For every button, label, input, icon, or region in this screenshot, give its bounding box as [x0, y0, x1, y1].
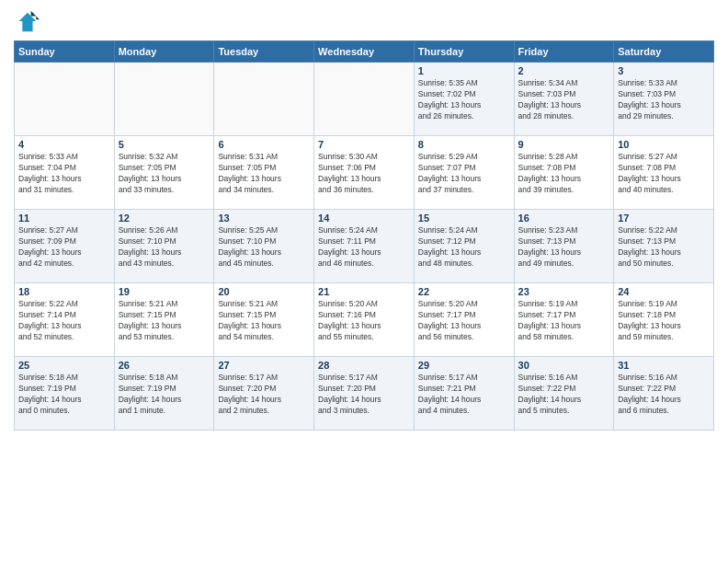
day-number: 21: [318, 286, 410, 297]
day-number: 29: [418, 360, 510, 371]
weekday-header-thursday: Thursday: [414, 41, 514, 63]
calendar-cell: 5Sunrise: 5:32 AM Sunset: 7:05 PM Daylig…: [114, 136, 214, 210]
calendar-cell: 3Sunrise: 5:33 AM Sunset: 7:03 PM Daylig…: [614, 63, 714, 136]
weekday-row: SundayMondayTuesdayWednesdayThursdayFrid…: [15, 41, 714, 63]
weekday-header-monday: Monday: [114, 41, 214, 63]
day-number: 16: [518, 213, 610, 224]
calendar-cell: [214, 63, 314, 136]
day-number: 8: [418, 139, 510, 150]
calendar-cell: 30Sunrise: 5:16 AM Sunset: 7:22 PM Dayli…: [514, 357, 614, 431]
day-info: Sunrise: 5:23 AM Sunset: 7:13 PM Dayligh…: [518, 225, 610, 270]
calendar-cell: 11Sunrise: 5:27 AM Sunset: 7:09 PM Dayli…: [15, 210, 115, 283]
day-info: Sunrise: 5:29 AM Sunset: 7:07 PM Dayligh…: [418, 152, 510, 196]
calendar-cell: 14Sunrise: 5:24 AM Sunset: 7:11 PM Dayli…: [314, 210, 415, 283]
day-info: Sunrise: 5:20 AM Sunset: 7:16 PM Dayligh…: [318, 299, 410, 343]
day-info: Sunrise: 5:25 AM Sunset: 7:10 PM Dayligh…: [218, 225, 310, 270]
day-info: Sunrise: 5:19 AM Sunset: 7:17 PM Dayligh…: [518, 299, 610, 343]
day-number: 27: [218, 360, 310, 371]
calendar-cell: 13Sunrise: 5:25 AM Sunset: 7:10 PM Dayli…: [214, 210, 314, 283]
calendar-cell: 8Sunrise: 5:29 AM Sunset: 7:07 PM Daylig…: [414, 136, 514, 210]
calendar-cell: 31Sunrise: 5:16 AM Sunset: 7:22 PM Dayli…: [614, 357, 714, 431]
calendar-cell: 23Sunrise: 5:19 AM Sunset: 7:17 PM Dayli…: [514, 283, 614, 357]
day-number: 3: [618, 65, 710, 76]
day-info: Sunrise: 5:34 AM Sunset: 7:03 PM Dayligh…: [518, 78, 610, 122]
day-info: Sunrise: 5:18 AM Sunset: 7:19 PM Dayligh…: [119, 373, 210, 417]
page-container: SundayMondayTuesdayWednesdayThursdayFrid…: [0, 0, 728, 440]
weekday-header-saturday: Saturday: [614, 41, 714, 63]
day-number: 5: [119, 139, 210, 150]
day-number: 11: [18, 213, 110, 224]
calendar-cell: 10Sunrise: 5:27 AM Sunset: 7:08 PM Dayli…: [614, 136, 714, 210]
calendar-cell: 15Sunrise: 5:24 AM Sunset: 7:12 PM Dayli…: [414, 210, 514, 283]
day-info: Sunrise: 5:24 AM Sunset: 7:12 PM Dayligh…: [418, 225, 510, 270]
day-info: Sunrise: 5:17 AM Sunset: 7:20 PM Dayligh…: [218, 373, 310, 417]
day-info: Sunrise: 5:22 AM Sunset: 7:13 PM Dayligh…: [618, 225, 710, 270]
day-info: Sunrise: 5:27 AM Sunset: 7:08 PM Dayligh…: [618, 152, 710, 196]
day-info: Sunrise: 5:21 AM Sunset: 7:15 PM Dayligh…: [218, 299, 310, 343]
day-number: 19: [119, 286, 210, 297]
day-number: 14: [318, 213, 410, 224]
calendar-cell: 19Sunrise: 5:21 AM Sunset: 7:15 PM Dayli…: [114, 283, 214, 357]
week-row-2: 4Sunrise: 5:33 AM Sunset: 7:04 PM Daylig…: [15, 136, 714, 210]
calendar-cell: 18Sunrise: 5:22 AM Sunset: 7:14 PM Dayli…: [15, 283, 115, 357]
calendar-cell: 4Sunrise: 5:33 AM Sunset: 7:04 PM Daylig…: [15, 136, 115, 210]
day-info: Sunrise: 5:18 AM Sunset: 7:19 PM Dayligh…: [18, 373, 110, 417]
week-row-5: 25Sunrise: 5:18 AM Sunset: 7:19 PM Dayli…: [15, 357, 714, 431]
day-info: Sunrise: 5:22 AM Sunset: 7:14 PM Dayligh…: [18, 299, 110, 343]
week-row-4: 18Sunrise: 5:22 AM Sunset: 7:14 PM Dayli…: [15, 283, 714, 357]
logo: [14, 9, 43, 35]
day-number: 20: [218, 286, 310, 297]
weekday-header-tuesday: Tuesday: [214, 41, 314, 63]
calendar-cell: [314, 63, 415, 136]
day-info: Sunrise: 5:24 AM Sunset: 7:11 PM Dayligh…: [318, 225, 410, 270]
page-header: [14, 9, 714, 35]
day-number: 15: [418, 213, 510, 224]
calendar-cell: 12Sunrise: 5:26 AM Sunset: 7:10 PM Dayli…: [114, 210, 214, 283]
day-info: Sunrise: 5:35 AM Sunset: 7:02 PM Dayligh…: [418, 78, 510, 122]
calendar-cell: 24Sunrise: 5:19 AM Sunset: 7:18 PM Dayli…: [614, 283, 714, 357]
logo-icon: [14, 9, 40, 35]
day-number: 30: [518, 360, 610, 371]
day-number: 7: [318, 139, 410, 150]
calendar-body: 1Sunrise: 5:35 AM Sunset: 7:02 PM Daylig…: [15, 63, 714, 431]
weekday-header-wednesday: Wednesday: [314, 41, 415, 63]
day-info: Sunrise: 5:16 AM Sunset: 7:22 PM Dayligh…: [518, 373, 610, 417]
day-number: 18: [18, 286, 110, 297]
day-number: 1: [418, 65, 510, 76]
weekday-header-friday: Friday: [514, 41, 614, 63]
calendar-cell: [114, 63, 214, 136]
day-info: Sunrise: 5:27 AM Sunset: 7:09 PM Dayligh…: [18, 225, 110, 270]
calendar-cell: 26Sunrise: 5:18 AM Sunset: 7:19 PM Dayli…: [114, 357, 214, 431]
day-number: 6: [218, 139, 310, 150]
day-info: Sunrise: 5:17 AM Sunset: 7:21 PM Dayligh…: [418, 373, 510, 417]
day-info: Sunrise: 5:16 AM Sunset: 7:22 PM Dayligh…: [618, 373, 710, 417]
week-row-3: 11Sunrise: 5:27 AM Sunset: 7:09 PM Dayli…: [15, 210, 714, 283]
calendar-cell: 1Sunrise: 5:35 AM Sunset: 7:02 PM Daylig…: [414, 63, 514, 136]
calendar-cell: 21Sunrise: 5:20 AM Sunset: 7:16 PM Dayli…: [314, 283, 415, 357]
day-number: 12: [119, 213, 210, 224]
day-number: 23: [518, 286, 610, 297]
day-number: 2: [518, 65, 610, 76]
day-number: 4: [18, 139, 110, 150]
day-number: 9: [518, 139, 610, 150]
day-info: Sunrise: 5:19 AM Sunset: 7:18 PM Dayligh…: [618, 299, 710, 343]
calendar-cell: [15, 63, 115, 136]
calendar-cell: 9Sunrise: 5:28 AM Sunset: 7:08 PM Daylig…: [514, 136, 614, 210]
calendar-cell: 27Sunrise: 5:17 AM Sunset: 7:20 PM Dayli…: [214, 357, 314, 431]
day-info: Sunrise: 5:28 AM Sunset: 7:08 PM Dayligh…: [518, 152, 610, 196]
calendar-cell: 20Sunrise: 5:21 AM Sunset: 7:15 PM Dayli…: [214, 283, 314, 357]
day-number: 13: [218, 213, 310, 224]
day-number: 28: [318, 360, 410, 371]
day-number: 17: [618, 213, 710, 224]
calendar-cell: 28Sunrise: 5:17 AM Sunset: 7:20 PM Dayli…: [314, 357, 415, 431]
day-info: Sunrise: 5:20 AM Sunset: 7:17 PM Dayligh…: [418, 299, 510, 343]
calendar-cell: 2Sunrise: 5:34 AM Sunset: 7:03 PM Daylig…: [514, 63, 614, 136]
calendar-cell: 16Sunrise: 5:23 AM Sunset: 7:13 PM Dayli…: [514, 210, 614, 283]
day-info: Sunrise: 5:21 AM Sunset: 7:15 PM Dayligh…: [119, 299, 210, 343]
calendar-cell: 29Sunrise: 5:17 AM Sunset: 7:21 PM Dayli…: [414, 357, 514, 431]
day-number: 25: [18, 360, 110, 371]
day-info: Sunrise: 5:33 AM Sunset: 7:03 PM Dayligh…: [618, 78, 710, 122]
day-info: Sunrise: 5:17 AM Sunset: 7:20 PM Dayligh…: [318, 373, 410, 417]
day-number: 31: [618, 360, 710, 371]
day-info: Sunrise: 5:30 AM Sunset: 7:06 PM Dayligh…: [318, 152, 410, 196]
